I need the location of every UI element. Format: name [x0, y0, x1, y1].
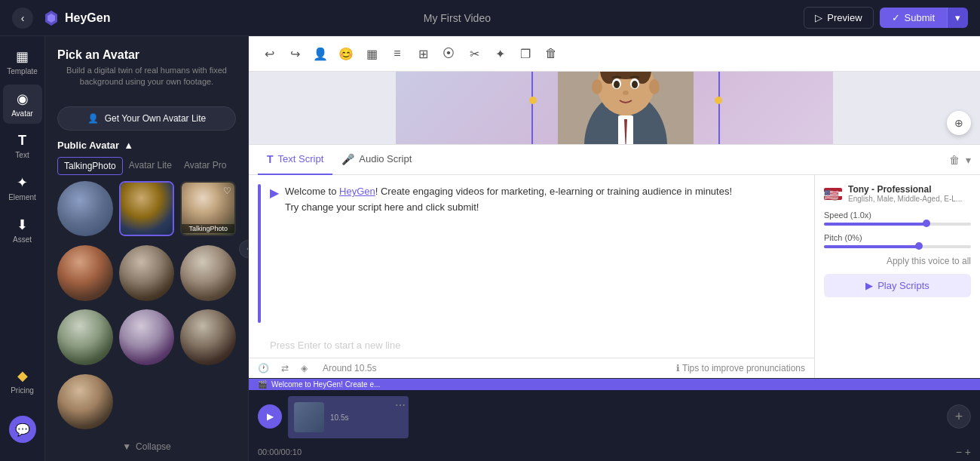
zoom-in-button[interactable]: + — [965, 446, 971, 458]
avatar-item-selected[interactable] — [119, 181, 175, 237]
sidebar-item-avatar[interactable]: ◉ Avatar — [3, 85, 42, 124]
sidebar-item-text[interactable]: T Text — [3, 127, 42, 165]
star-button[interactable]: ✦ — [488, 42, 511, 65]
script-text[interactable]: Welcome to HeyGen! Create engaging video… — [285, 184, 805, 216]
copy-button[interactable]: ❐ — [514, 42, 537, 65]
canvas-background: ▶ — [396, 72, 833, 144]
trash-script-icon: 🗑 — [949, 154, 960, 166]
sidebar-item-label: Pricing — [11, 386, 34, 395]
star-icon: ✦ — [495, 47, 505, 61]
tab-avatar-pro[interactable]: Avatar Pro — [178, 157, 232, 175]
avatar-item[interactable] — [180, 245, 236, 301]
timeline-play-button[interactable]: ▶ — [258, 404, 282, 429]
sidebar-item-asset[interactable]: ⬇ Asset — [3, 211, 42, 250]
sidebar-item-element[interactable]: ✦ Element — [3, 168, 42, 207]
trash-icon: 🗑 — [545, 47, 557, 60]
tab-avatar-lite[interactable]: Avatar Lite — [123, 157, 178, 175]
asset-icon: ⬇ — [17, 217, 28, 233]
tips-button[interactable]: ℹ Tips to improve pronunciations — [676, 363, 805, 373]
sidebar-item-template[interactable]: ▦ Template — [3, 42, 42, 81]
tips-label: Tips to improve pronunciations — [682, 363, 805, 373]
avatar-tabs: TalkingPhoto Avatar Lite Avatar Pro — [45, 157, 248, 181]
handle-right-mid[interactable] — [715, 97, 722, 104]
timeline-avatar-thumbnail — [294, 402, 324, 432]
canvas-viewport[interactable]: ▶ ⊕ — [249, 72, 980, 144]
avatar-item[interactable] — [180, 309, 236, 365]
emoji-icon: 😊 — [338, 47, 354, 61]
tab-audio-script[interactable]: 🎤 Audio Script — [332, 145, 421, 175]
tab-text-script[interactable]: T Text Script — [258, 145, 332, 175]
avatar-item[interactable] — [119, 309, 175, 365]
preview-button[interactable]: ▷ Preview — [804, 7, 873, 29]
apply-voice-link[interactable]: Apply this voice to all — [824, 256, 971, 266]
zoom-out-button[interactable]: − — [956, 446, 962, 458]
pitch-slider-thumb[interactable] — [915, 242, 923, 250]
submit-button[interactable]: ✓ Submit — [880, 8, 947, 28]
heart-icon: ♡ — [223, 186, 231, 196]
pitch-label: Pitch (0%) — [824, 233, 971, 242]
redo-button[interactable]: ↪ — [283, 42, 306, 65]
timeline-clip[interactable]: 10.5s ⋯ — [288, 396, 409, 438]
audio-script-label: Audio Script — [359, 153, 412, 164]
avatar-thumbnail — [180, 309, 236, 365]
thumbnail-fill — [294, 402, 324, 432]
sidebar-item-pricing[interactable]: ◆ Pricing — [3, 361, 42, 401]
avatar-thumbnail — [57, 374, 113, 430]
script-text-container: ▶ Welcome to HeyGen! Create engaging vid… — [261, 175, 814, 332]
tab-talking-photo[interactable]: TalkingPhoto — [57, 157, 123, 175]
collapse-label: Collapse — [136, 441, 171, 452]
avatar-icon: ◉ — [17, 91, 29, 107]
avatar-item[interactable] — [57, 374, 113, 430]
timeline-time: 00:00/00:10 — [258, 447, 302, 456]
heygen-logo-icon — [42, 9, 60, 27]
layers-button[interactable]: ⊞ — [412, 42, 434, 65]
lines-button[interactable]: ≡ — [386, 42, 409, 65]
logo: HeyGen — [42, 9, 110, 27]
submit-dropdown-button[interactable]: ▾ — [947, 8, 968, 28]
delete-button[interactable]: 🗑 — [540, 42, 562, 65]
avatar-thumbnail — [119, 309, 175, 365]
crop-button[interactable]: ⦿ — [437, 42, 460, 65]
timeline-label-bar: 🎬 Welcome to HeyGen! Create e... — [249, 379, 980, 390]
clip-label-bar: Welcome to HeyGen! Create e... — [271, 380, 380, 389]
avatar-panel-subtitle: Build a digital twin of real humans with… — [57, 65, 236, 88]
main-content: ▦ Template ◉ Avatar T Text ✦ Element ⬇ A… — [0, 36, 980, 461]
timeline-track: ▶ 10.5s ⋯ + — [249, 390, 980, 443]
collapse-icon: ▼ — [122, 441, 131, 452]
avatar-item[interactable] — [57, 181, 113, 237]
speed-slider-thumb[interactable] — [923, 220, 930, 227]
play-scripts-button[interactable]: ▶ Play Scripts — [824, 274, 971, 297]
ai-button[interactable]: ◈ — [301, 363, 308, 373]
back-button[interactable]: ‹ — [12, 8, 33, 29]
grid-button[interactable]: ▦ — [360, 42, 383, 65]
scissors-button[interactable]: ✂ — [463, 42, 485, 65]
get-avatar-button[interactable]: 👤 Get Your Own Avatar Lite — [57, 106, 236, 131]
collapse-row[interactable]: ▼ Collapse — [45, 432, 248, 461]
pitch-slider[interactable] — [824, 245, 971, 248]
avatar-toolbar-button[interactable]: 👤 — [309, 42, 332, 65]
timeline-add-button[interactable]: + — [947, 404, 971, 429]
handle-left-mid[interactable] — [529, 97, 537, 104]
translate-button[interactable]: ⇄ — [281, 363, 289, 373]
time-display: 🕐 — [258, 363, 269, 373]
heygen-link[interactable]: HeyGen — [339, 186, 375, 197]
avatar-item[interactable] — [57, 309, 113, 365]
zoom-icon: ⊕ — [954, 117, 963, 129]
delete-script-button[interactable]: 🗑 — [949, 154, 960, 166]
avatar-on-canvas[interactable]: ▶ — [531, 72, 720, 144]
collapse-script-button[interactable]: ▾ — [966, 154, 971, 166]
avatar-item[interactable] — [57, 245, 113, 301]
sidebar-item-chat[interactable]: 💬 — [3, 410, 42, 449]
avatar-item[interactable] — [119, 245, 175, 301]
clip-menu-icon[interactable]: ⋯ — [395, 399, 406, 411]
avatar-item-talking-photo[interactable]: ♡ TalkingPhoto — [180, 181, 236, 237]
text-icon: T — [18, 133, 26, 149]
speed-slider[interactable] — [824, 223, 971, 226]
avatar-panel-title: Pick an Avatar — [57, 48, 236, 62]
script-placeholder-row: Press Enter to start a new line — [249, 332, 814, 358]
logo-text: HeyGen — [65, 11, 110, 25]
undo-button[interactable]: ↩ — [258, 42, 280, 65]
zoom-button[interactable]: ⊕ — [947, 111, 971, 135]
emoji-button[interactable]: 😊 — [335, 42, 357, 65]
voice-details: Tony - Professional English, Male, Middl… — [848, 184, 962, 203]
